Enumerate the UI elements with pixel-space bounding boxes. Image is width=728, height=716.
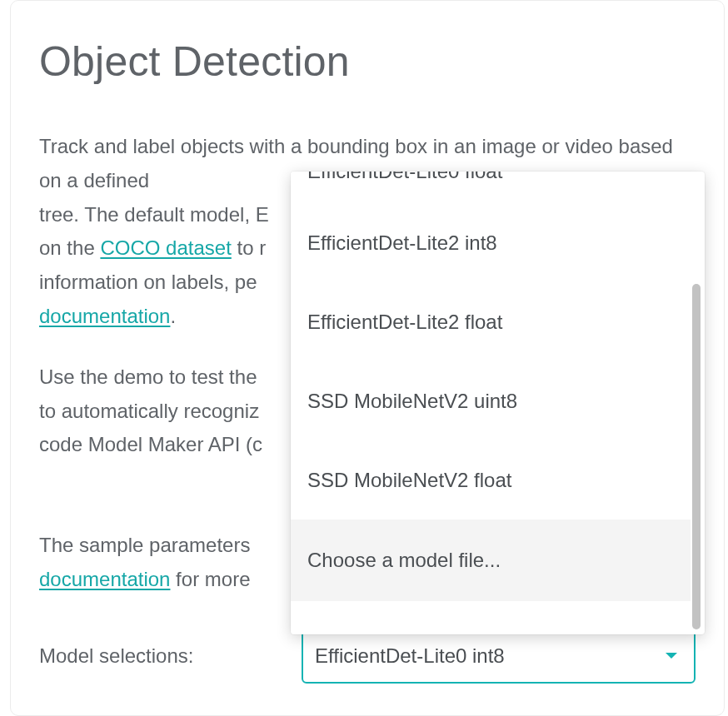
text-fragment: code Model Maker API (c	[39, 433, 262, 455]
documentation-link[interactable]: documentation	[39, 305, 170, 327]
text-fragment: information on labels, pe	[39, 271, 257, 293]
dropdown-option[interactable]: EfficientDet-Lite2 int8	[291, 203, 691, 282]
scrollbar-thumb[interactable]	[692, 284, 701, 629]
dropdown-option[interactable]: EfficientDet-Lite0 float	[291, 172, 691, 203]
model-select[interactable]: EfficientDet-Lite0 int8	[302, 629, 696, 684]
dropdown-list[interactable]: EfficientDet-Lite0 float EfficientDet-Li…	[291, 172, 691, 634]
dropdown-scrollbar[interactable]	[691, 172, 702, 634]
dropdown-option-label: EfficientDet-Lite0 float	[307, 172, 502, 183]
text-fragment: Use the demo to test the	[39, 365, 257, 388]
chevron-down-icon	[666, 653, 677, 659]
dropdown-option-label: EfficientDet-Lite2 int8	[307, 231, 497, 255]
text-fragment: .	[170, 305, 176, 327]
dropdown-option-label: Choose a model file...	[307, 549, 501, 572]
text-fragment: for more	[170, 568, 250, 590]
dropdown-option-label: EfficientDet-Lite2 float	[307, 311, 502, 334]
dropdown-option-label: SSD MobileNetV2 float	[307, 469, 511, 492]
page-title: Object Detection	[39, 39, 696, 85]
dropdown-option-choose-file[interactable]: Choose a model file...	[291, 520, 691, 601]
text-fragment: to r	[232, 236, 266, 259]
model-selection-label: Model selections:	[39, 644, 302, 668]
dropdown-option-label: SSD MobileNetV2 uint8	[307, 390, 517, 413]
model-select-dropdown: EfficientDet-Lite0 float EfficientDet-Li…	[291, 172, 705, 634]
model-select-value: EfficientDet-Lite0 int8	[315, 644, 505, 668]
text-fragment: tree. The default model, E	[39, 203, 269, 226]
model-selection-row: Model selections: EfficientDet-Lite0 int…	[39, 629, 696, 684]
model-select-wrap: EfficientDet-Lite0 int8	[302, 629, 696, 684]
dropdown-option[interactable]: SSD MobileNetV2 uint8	[291, 361, 691, 440]
documentation-link-2[interactable]: documentation	[39, 568, 170, 590]
text-fragment: on the	[39, 236, 100, 259]
coco-dataset-link[interactable]: COCO dataset	[100, 236, 231, 259]
text-fragment: The sample parameters	[39, 534, 250, 556]
dropdown-option[interactable]: EfficientDet-Lite2 float	[291, 282, 691, 361]
text-fragment: to automatically recogniz	[39, 400, 259, 422]
dropdown-option[interactable]: SSD MobileNetV2 float	[291, 440, 691, 520]
